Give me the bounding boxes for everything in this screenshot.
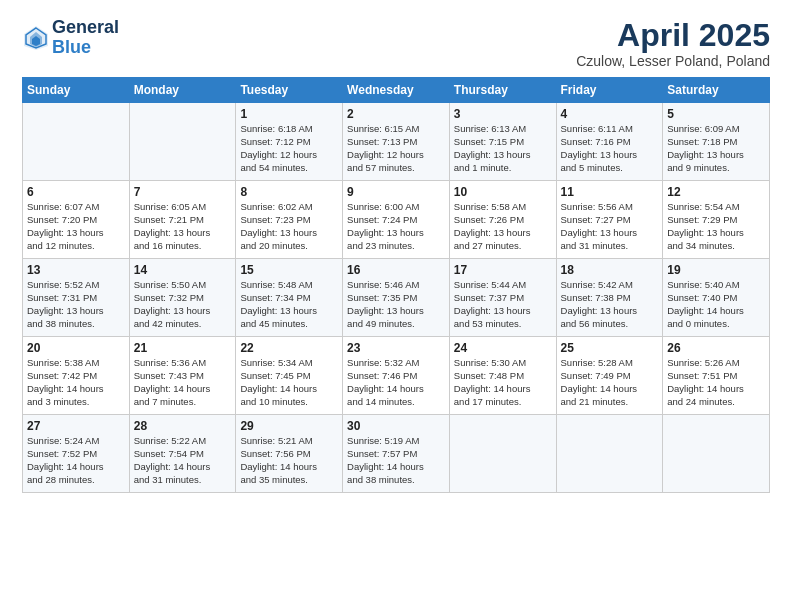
logo-text: General Blue [52,18,119,58]
cell-detail: Sunrise: 6:13 AM Sunset: 7:15 PM Dayligh… [454,123,552,174]
cell-detail: Sunrise: 5:46 AM Sunset: 7:35 PM Dayligh… [347,279,445,330]
main-title: April 2025 [576,18,770,53]
calendar-cell: 7Sunrise: 6:05 AM Sunset: 7:21 PM Daylig… [129,181,236,259]
day-number: 14 [134,263,232,277]
cell-detail: Sunrise: 5:19 AM Sunset: 7:57 PM Dayligh… [347,435,445,486]
day-number: 30 [347,419,445,433]
day-number: 9 [347,185,445,199]
calendar-week-row: 6Sunrise: 6:07 AM Sunset: 7:20 PM Daylig… [23,181,770,259]
day-number: 8 [240,185,338,199]
cell-detail: Sunrise: 5:42 AM Sunset: 7:38 PM Dayligh… [561,279,659,330]
calendar-cell: 28Sunrise: 5:22 AM Sunset: 7:54 PM Dayli… [129,415,236,493]
calendar-cell: 4Sunrise: 6:11 AM Sunset: 7:16 PM Daylig… [556,103,663,181]
col-header-thursday: Thursday [449,78,556,103]
cell-detail: Sunrise: 5:52 AM Sunset: 7:31 PM Dayligh… [27,279,125,330]
day-number: 7 [134,185,232,199]
day-number: 11 [561,185,659,199]
calendar-cell: 8Sunrise: 6:02 AM Sunset: 7:23 PM Daylig… [236,181,343,259]
day-number: 28 [134,419,232,433]
cell-detail: Sunrise: 5:21 AM Sunset: 7:56 PM Dayligh… [240,435,338,486]
day-number: 5 [667,107,765,121]
cell-detail: Sunrise: 5:30 AM Sunset: 7:48 PM Dayligh… [454,357,552,408]
subtitle: Czulow, Lesser Poland, Poland [576,53,770,69]
cell-detail: Sunrise: 5:26 AM Sunset: 7:51 PM Dayligh… [667,357,765,408]
col-header-friday: Friday [556,78,663,103]
day-number: 3 [454,107,552,121]
cell-detail: Sunrise: 5:22 AM Sunset: 7:54 PM Dayligh… [134,435,232,486]
cell-detail: Sunrise: 5:54 AM Sunset: 7:29 PM Dayligh… [667,201,765,252]
day-number: 1 [240,107,338,121]
col-header-saturday: Saturday [663,78,770,103]
col-header-sunday: Sunday [23,78,130,103]
day-number: 18 [561,263,659,277]
calendar-week-row: 1Sunrise: 6:18 AM Sunset: 7:12 PM Daylig… [23,103,770,181]
day-number: 20 [27,341,125,355]
cell-detail: Sunrise: 5:28 AM Sunset: 7:49 PM Dayligh… [561,357,659,408]
calendar-cell [449,415,556,493]
logo-icon [22,24,50,52]
calendar-cell: 26Sunrise: 5:26 AM Sunset: 7:51 PM Dayli… [663,337,770,415]
cell-detail: Sunrise: 6:09 AM Sunset: 7:18 PM Dayligh… [667,123,765,174]
cell-detail: Sunrise: 5:40 AM Sunset: 7:40 PM Dayligh… [667,279,765,330]
title-block: April 2025 Czulow, Lesser Poland, Poland [576,18,770,69]
cell-detail: Sunrise: 5:44 AM Sunset: 7:37 PM Dayligh… [454,279,552,330]
calendar-cell: 10Sunrise: 5:58 AM Sunset: 7:26 PM Dayli… [449,181,556,259]
day-number: 12 [667,185,765,199]
calendar-cell: 18Sunrise: 5:42 AM Sunset: 7:38 PM Dayli… [556,259,663,337]
day-number: 16 [347,263,445,277]
day-number: 4 [561,107,659,121]
day-number: 13 [27,263,125,277]
calendar-cell: 13Sunrise: 5:52 AM Sunset: 7:31 PM Dayli… [23,259,130,337]
day-number: 24 [454,341,552,355]
col-header-wednesday: Wednesday [343,78,450,103]
calendar-cell: 19Sunrise: 5:40 AM Sunset: 7:40 PM Dayli… [663,259,770,337]
calendar-cell: 21Sunrise: 5:36 AM Sunset: 7:43 PM Dayli… [129,337,236,415]
day-number: 6 [27,185,125,199]
page: General Blue April 2025 Czulow, Lesser P… [0,0,792,612]
calendar-week-row: 27Sunrise: 5:24 AM Sunset: 7:52 PM Dayli… [23,415,770,493]
cell-detail: Sunrise: 6:15 AM Sunset: 7:13 PM Dayligh… [347,123,445,174]
calendar-header-row: SundayMondayTuesdayWednesdayThursdayFrid… [23,78,770,103]
cell-detail: Sunrise: 6:05 AM Sunset: 7:21 PM Dayligh… [134,201,232,252]
calendar-cell: 1Sunrise: 6:18 AM Sunset: 7:12 PM Daylig… [236,103,343,181]
calendar-cell: 6Sunrise: 6:07 AM Sunset: 7:20 PM Daylig… [23,181,130,259]
calendar-cell: 27Sunrise: 5:24 AM Sunset: 7:52 PM Dayli… [23,415,130,493]
calendar-cell: 14Sunrise: 5:50 AM Sunset: 7:32 PM Dayli… [129,259,236,337]
day-number: 21 [134,341,232,355]
cell-detail: Sunrise: 6:18 AM Sunset: 7:12 PM Dayligh… [240,123,338,174]
logo: General Blue [22,18,119,58]
cell-detail: Sunrise: 5:34 AM Sunset: 7:45 PM Dayligh… [240,357,338,408]
day-number: 22 [240,341,338,355]
cell-detail: Sunrise: 5:38 AM Sunset: 7:42 PM Dayligh… [27,357,125,408]
day-number: 25 [561,341,659,355]
cell-detail: Sunrise: 5:50 AM Sunset: 7:32 PM Dayligh… [134,279,232,330]
cell-detail: Sunrise: 5:48 AM Sunset: 7:34 PM Dayligh… [240,279,338,330]
calendar-cell: 17Sunrise: 5:44 AM Sunset: 7:37 PM Dayli… [449,259,556,337]
calendar-cell: 25Sunrise: 5:28 AM Sunset: 7:49 PM Dayli… [556,337,663,415]
cell-detail: Sunrise: 6:02 AM Sunset: 7:23 PM Dayligh… [240,201,338,252]
cell-detail: Sunrise: 6:11 AM Sunset: 7:16 PM Dayligh… [561,123,659,174]
calendar-cell: 12Sunrise: 5:54 AM Sunset: 7:29 PM Dayli… [663,181,770,259]
col-header-tuesday: Tuesday [236,78,343,103]
day-number: 26 [667,341,765,355]
calendar-cell: 29Sunrise: 5:21 AM Sunset: 7:56 PM Dayli… [236,415,343,493]
day-number: 23 [347,341,445,355]
day-number: 10 [454,185,552,199]
calendar-cell: 23Sunrise: 5:32 AM Sunset: 7:46 PM Dayli… [343,337,450,415]
cell-detail: Sunrise: 6:00 AM Sunset: 7:24 PM Dayligh… [347,201,445,252]
calendar-cell: 22Sunrise: 5:34 AM Sunset: 7:45 PM Dayli… [236,337,343,415]
cell-detail: Sunrise: 5:58 AM Sunset: 7:26 PM Dayligh… [454,201,552,252]
calendar-cell: 3Sunrise: 6:13 AM Sunset: 7:15 PM Daylig… [449,103,556,181]
calendar-cell: 24Sunrise: 5:30 AM Sunset: 7:48 PM Dayli… [449,337,556,415]
calendar-cell [129,103,236,181]
col-header-monday: Monday [129,78,236,103]
calendar-cell: 30Sunrise: 5:19 AM Sunset: 7:57 PM Dayli… [343,415,450,493]
day-number: 15 [240,263,338,277]
day-number: 27 [27,419,125,433]
calendar-cell [556,415,663,493]
calendar-week-row: 13Sunrise: 5:52 AM Sunset: 7:31 PM Dayli… [23,259,770,337]
cell-detail: Sunrise: 5:56 AM Sunset: 7:27 PM Dayligh… [561,201,659,252]
cell-detail: Sunrise: 5:36 AM Sunset: 7:43 PM Dayligh… [134,357,232,408]
calendar-table: SundayMondayTuesdayWednesdayThursdayFrid… [22,77,770,493]
calendar-cell: 16Sunrise: 5:46 AM Sunset: 7:35 PM Dayli… [343,259,450,337]
